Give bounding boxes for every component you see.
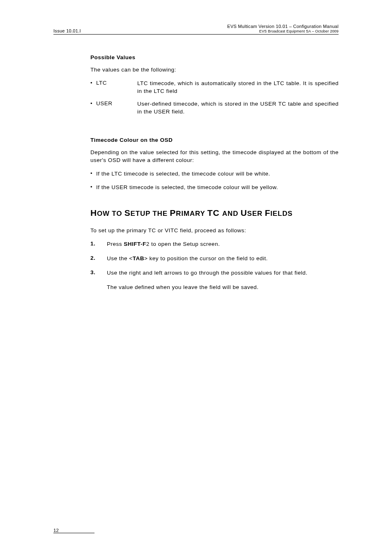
- definition-description: LTC timecode, which is automatically sto…: [137, 80, 339, 95]
- list-item: • If the USER timecode is selected, the …: [90, 184, 339, 192]
- bullet-icon: •: [90, 100, 96, 116]
- intro-timecode-colour: Depending on the value selected for this…: [90, 149, 339, 164]
- definition-description: User-defined timecode, which is stored i…: [137, 100, 339, 116]
- step-number: 3.: [90, 269, 107, 277]
- footer-divider: [53, 533, 95, 533]
- bullet-icon: •: [90, 80, 96, 95]
- step-item: 3. Use the right and left arrows to go t…: [90, 269, 339, 277]
- page-number: 12: [53, 528, 339, 533]
- header-subtitle: EVS Broadcast Equipment SA – October 200…: [227, 29, 339, 33]
- definition-item: • USER User-defined timecode, which is s…: [90, 100, 339, 116]
- step-text: Press SHIFT-F2 to open the Setup screen.: [107, 240, 339, 248]
- step-item: 2. Use the <TAB> key to position the cur…: [90, 255, 339, 263]
- step-text: Use the right and left arrows to go thro…: [107, 269, 339, 277]
- step-text: Use the <TAB> key to position the cursor…: [107, 255, 339, 263]
- header-issue: Issue 10.01.I: [53, 28, 81, 33]
- list-item-text: If the LTC timecode is selected, the tim…: [96, 170, 339, 178]
- header-right: EVS Multicam Version 10.01 – Configurati…: [227, 24, 339, 33]
- page-header: Issue 10.01.I EVS Multicam Version 10.01…: [53, 24, 339, 35]
- bullet-icon: •: [90, 170, 96, 178]
- step-item: 1. Press SHIFT-F2 to open the Setup scre…: [90, 240, 339, 248]
- heading-how-to-setup: HOW TO SETUP THE PRIMARY TC AND USER FIE…: [90, 208, 339, 218]
- intro-possible-values: The values can be the following:: [90, 66, 339, 74]
- definition-term: LTC: [96, 80, 137, 95]
- list-item-text: If the USER timecode is selected, the ti…: [96, 184, 339, 192]
- list-item: • If the LTC timecode is selected, the t…: [90, 170, 339, 178]
- heading-possible-values: Possible Values: [90, 54, 339, 60]
- step-number: 1.: [90, 240, 107, 248]
- content: Possible Values The values can be the fo…: [53, 54, 339, 291]
- header-title: EVS Multicam Version 10.01 – Configurati…: [227, 24, 339, 29]
- step-continuation: The value defined when you leave the fie…: [107, 284, 339, 291]
- step-number: 2.: [90, 255, 107, 263]
- bullet-icon: •: [90, 184, 96, 192]
- heading-timecode-colour: Timecode Colour on the OSD: [90, 137, 339, 143]
- definition-term: USER: [96, 100, 137, 116]
- definition-item: • LTC LTC timecode, which is automatical…: [90, 80, 339, 95]
- intro-how-to: To set up the primary TC or VITC field, …: [90, 227, 339, 235]
